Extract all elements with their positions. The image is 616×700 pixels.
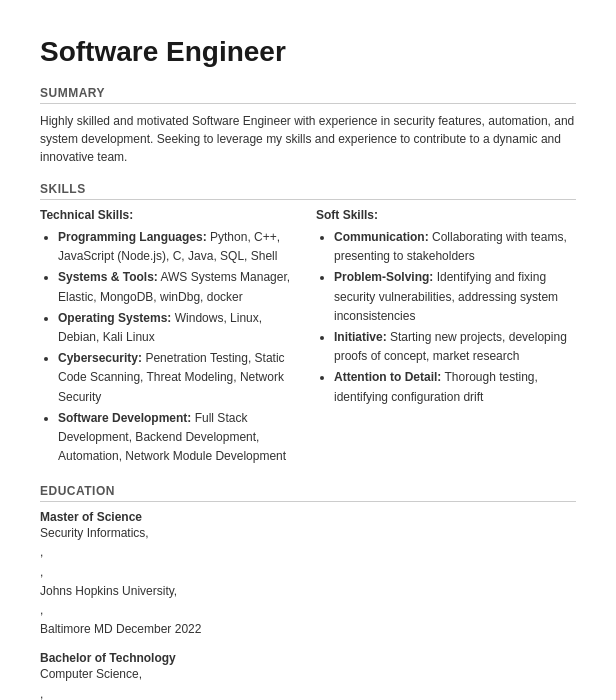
skill-item-initiative: Initiative: Starting new projects, devel…: [334, 328, 576, 366]
skill-bold-problem-solving: Problem-Solving:: [334, 270, 433, 284]
edu-masters-field: Security Informatics,: [40, 524, 576, 543]
edu-bachelor-field: Computer Science,: [40, 665, 576, 684]
technical-skills-col: Technical Skills: Programming Languages:…: [40, 208, 300, 468]
skill-bold-systems: Systems & Tools:: [58, 270, 158, 284]
skill-bold-programming: Programming Languages:: [58, 230, 207, 244]
skill-item-software: Software Development: Full Stack Develop…: [58, 409, 300, 467]
edu-bachelor-degree: Bachelor of Technology: [40, 651, 576, 665]
edu-entry-masters: Master of Science Security Informatics, …: [40, 510, 576, 639]
soft-skills-list: Communication: Collaborating with teams,…: [316, 228, 576, 407]
edu-masters-comma2: ,: [40, 563, 576, 582]
skill-item-os: Operating Systems: Windows, Linux, Debia…: [58, 309, 300, 347]
skill-bold-os: Operating Systems:: [58, 311, 171, 325]
summary-text: Highly skilled and motivated Software En…: [40, 112, 576, 166]
technical-skills-label: Technical Skills:: [40, 208, 300, 222]
education-section: EDUCATION Master of Science Security Inf…: [40, 484, 576, 700]
resume-title: Software Engineer: [40, 36, 576, 68]
skill-bold-initiative: Initiative:: [334, 330, 387, 344]
skill-item-attention: Attention to Detail: Thorough testing, i…: [334, 368, 576, 406]
skill-bold-software: Software Development:: [58, 411, 191, 425]
edu-masters-comma1: ,: [40, 543, 576, 562]
skill-bold-attention: Attention to Detail:: [334, 370, 441, 384]
edu-masters-comma3: ,: [40, 601, 576, 620]
technical-skills-list: Programming Languages: Python, C++, Java…: [40, 228, 300, 466]
resume-page: Software Engineer SUMMARY Highly skilled…: [0, 0, 616, 700]
soft-skills-col: Soft Skills: Communication: Collaboratin…: [316, 208, 576, 468]
skill-item-systems: Systems & Tools: AWS Systems Manager, El…: [58, 268, 300, 306]
summary-section: SUMMARY Highly skilled and motivated Sof…: [40, 86, 576, 166]
summary-header: SUMMARY: [40, 86, 576, 104]
skill-item-problem-solving: Problem-Solving: Identifying and fixing …: [334, 268, 576, 326]
skill-item-communication: Communication: Collaborating with teams,…: [334, 228, 576, 266]
skill-bold-cyber: Cybersecurity:: [58, 351, 142, 365]
skill-item-programming: Programming Languages: Python, C++, Java…: [58, 228, 300, 266]
edu-entry-bachelor: Bachelor of Technology Computer Science,…: [40, 651, 576, 700]
edu-bachelor-comma1: ,: [40, 685, 576, 700]
skill-item-cyber: Cybersecurity: Penetration Testing, Stat…: [58, 349, 300, 407]
skills-container: Technical Skills: Programming Languages:…: [40, 208, 576, 468]
education-header: EDUCATION: [40, 484, 576, 502]
skill-bold-communication: Communication:: [334, 230, 429, 244]
edu-masters-university: Johns Hopkins University,: [40, 582, 576, 601]
edu-masters-degree: Master of Science: [40, 510, 576, 524]
soft-skills-label: Soft Skills:: [316, 208, 576, 222]
edu-masters-location-date: Baltimore MD December 2022: [40, 620, 576, 639]
skills-header: SKILLS: [40, 182, 576, 200]
skills-section: SKILLS Technical Skills: Programming Lan…: [40, 182, 576, 468]
